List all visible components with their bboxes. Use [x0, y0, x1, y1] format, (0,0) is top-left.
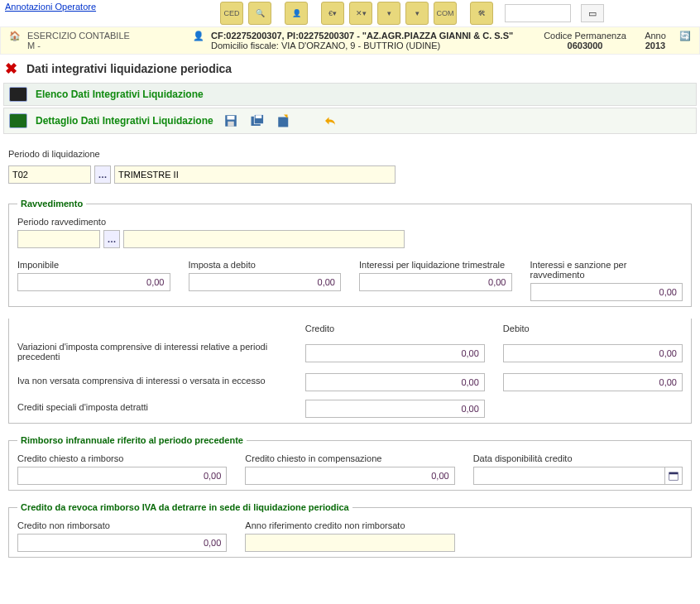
user-search-icon[interactable]: 👤 [285, 2, 308, 25]
rimborso-c2-input[interactable] [245, 467, 454, 485]
variazioni-fieldset: Credito Debito Variazioni d'imposta comp… [8, 319, 692, 424]
svg-rect-2 [228, 122, 234, 127]
periodo-desc-input[interactable] [114, 165, 396, 184]
periodo-label: Periodo di liquidazione [8, 149, 692, 159]
variazioni-row1-credito[interactable] [305, 344, 485, 362]
page-title: Dati integrativi liquidazione periodica [26, 62, 232, 75]
periodo-ravv-desc-input[interactable] [123, 230, 405, 248]
ravvedimento-fieldset: Ravvedimento Periodo ravvedimento … Impo… [8, 199, 692, 307]
rimborso-c1-label: Credito chiesto a rimborso [17, 453, 227, 463]
svg-rect-8 [669, 472, 678, 474]
filter2-icon[interactable]: ▾ [405, 2, 429, 25]
toolbar-icons: CED 🔍 👤 €▾ ✕▾ ▾ ▾ COM 🛠 ▭ [220, 2, 604, 25]
periodo-ravv-code-input[interactable] [17, 230, 100, 248]
refresh-icon[interactable]: 🔄 [679, 31, 696, 47]
filter-clear-icon[interactable]: ✕▾ [349, 2, 372, 25]
variazioni-row1-label: Variazioni d'imposta comprensive di inte… [17, 342, 287, 362]
codperm-label: Codice Permanenza [539, 31, 631, 41]
tab-dettaglio[interactable]: Dettaglio Dati Integrativi Liquidazione [3, 108, 697, 134]
imponibile-input[interactable] [17, 273, 170, 291]
revoca-c2-label: Anno riferimento credito non rimborsato [245, 520, 454, 530]
tab-elenco-label: Elenco Dati Integrativi Liquidazione [36, 89, 204, 100]
close-icon[interactable]: ✖ [5, 61, 20, 76]
variazioni-row3-credito[interactable] [305, 400, 485, 418]
imposta-label: Imposta a debito [189, 260, 342, 270]
rimborso-c2-label: Credito chiesto in compensazione [245, 453, 454, 463]
ced-icon[interactable]: CED [220, 2, 243, 25]
anno-label: Anno [638, 31, 673, 41]
page-title-row: ✖ Dati integrativi liquidazione periodic… [0, 55, 700, 81]
interessi-label: Interessi per liquidazione trimestrale [359, 260, 512, 270]
sanzione-input[interactable] [530, 283, 683, 301]
rimborso-date-input[interactable] [473, 467, 665, 485]
revoca-legend: Credito da revoca rimborso IVA da detrar… [17, 502, 352, 512]
rimborso-c1-input[interactable] [17, 467, 227, 485]
tab-elenco[interactable]: Elenco Dati Integrativi Liquidazione [3, 83, 697, 106]
rimborso-legend: Rimborso infrannuale riferito al periodo… [17, 435, 247, 445]
imposta-input[interactable] [189, 273, 342, 291]
revoca-c2-input[interactable] [245, 534, 454, 552]
monitor-icon [9, 113, 27, 128]
periodo-code-input[interactable] [8, 165, 91, 184]
interessi-input[interactable] [359, 273, 512, 291]
doc-search-icon[interactable]: 🔍 [248, 2, 271, 25]
rimborso-c3-label: Data disponibilità credito [473, 453, 683, 463]
debito-header: Debito [503, 324, 683, 333]
revoca-c1-label: Credito non rimborsato [17, 520, 227, 530]
id-card-icon[interactable]: ▭ [581, 4, 604, 22]
periodo-ravv-label: Periodo ravvedimento [17, 217, 683, 227]
anno-value: 2013 [638, 41, 673, 50]
revoca-c1-input[interactable] [17, 534, 227, 552]
svg-rect-5 [255, 115, 261, 118]
build-icon[interactable]: 🛠 [470, 2, 493, 25]
person-icon: 👤 [193, 31, 209, 47]
tab-dettaglio-label: Dettaglio Dati Integrativi Liquidazione [36, 115, 213, 127]
svg-rect-1 [227, 116, 234, 120]
home-icon: 🏠 [9, 31, 26, 47]
save-icon[interactable] [222, 112, 240, 130]
undo-icon[interactable] [321, 112, 339, 130]
filter-euro-icon[interactable]: €▾ [321, 2, 344, 25]
save-all-icon[interactable] [248, 112, 266, 130]
content: Periodo di liquidazione … Ravvedimento P… [0, 136, 700, 578]
company-line: CF:02275200307, PI:02275200307 - "AZ.AGR… [211, 31, 532, 41]
variazioni-row1-debito[interactable] [503, 344, 683, 362]
credito-header: Credito [305, 324, 485, 333]
rimborso-fieldset: Rimborso infrannuale riferito al periodo… [8, 435, 692, 491]
annotazioni-link[interactable]: Annotazioni Operatore [5, 2, 96, 12]
domicilio-line: Domicilio fiscale: VIA D'ORZANO, 9 - BUT… [211, 41, 532, 50]
imponibile-label: Imponibile [17, 260, 170, 270]
esercizio-label: ESERCIZIO CONTABILE [27, 31, 186, 41]
toolbar-search-input[interactable] [505, 4, 571, 22]
calendar-icon[interactable] [664, 467, 683, 485]
codperm-value: 0603000 [539, 41, 631, 50]
monitor-icon [9, 87, 27, 102]
variazioni-row3-label: Crediti speciali d'imposta detratti [17, 402, 287, 412]
ravvedimento-legend: Ravvedimento [17, 199, 86, 209]
periodo-lookup-icon[interactable]: … [94, 165, 111, 184]
variazioni-row2-credito[interactable] [305, 373, 485, 391]
variazioni-row2-label: Iva non versata comprensiva di interessi… [17, 376, 287, 386]
sanzione-label: Interessi e sanzione per ravvedimento [530, 260, 683, 280]
variazioni-row2-debito[interactable] [503, 373, 683, 391]
svg-rect-6 [278, 117, 288, 127]
filter-icon[interactable]: ▾ [377, 2, 400, 25]
top-toolbar: Annotazioni Operatore CED 🔍 👤 €▾ ✕▾ ▾ ▾ … [0, 0, 700, 26]
revoca-fieldset: Credito da revoca rimborso IVA da detrar… [8, 502, 692, 558]
esercizio-value: M - [27, 41, 186, 50]
header-bar: 🏠 ESERCIZIO CONTABILE M - 👤 CF:022752003… [0, 26, 700, 55]
periodo-ravv-lookup-icon[interactable]: … [103, 230, 120, 248]
com-icon[interactable]: COM [434, 2, 457, 25]
save-back-icon[interactable] [275, 112, 293, 130]
